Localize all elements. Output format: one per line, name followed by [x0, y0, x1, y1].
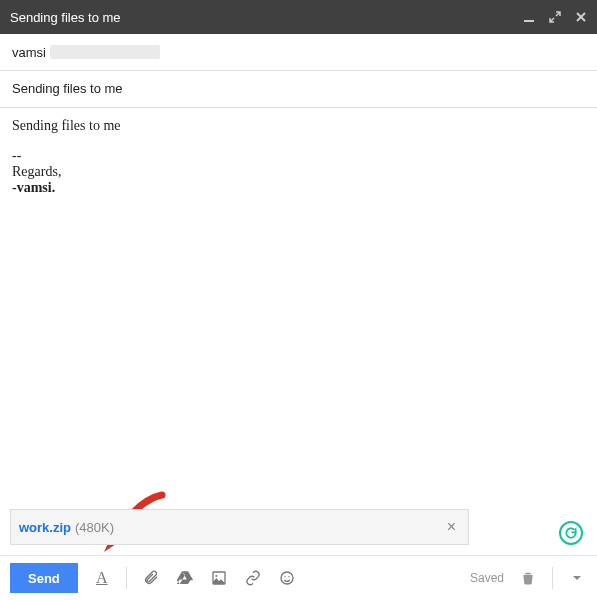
svg-point-6 — [284, 576, 285, 577]
grammarly-icon[interactable] — [559, 521, 583, 545]
subject-value: Sending files to me — [12, 81, 123, 96]
attachment-filesize: (480K) — [75, 520, 114, 535]
to-value-visible: vamsi — [12, 45, 46, 60]
svg-rect-0 — [524, 20, 534, 22]
svg-point-5 — [281, 572, 293, 584]
to-value-redacted — [50, 45, 160, 59]
attach-file-icon[interactable] — [141, 568, 161, 588]
more-options-icon[interactable] — [567, 568, 587, 588]
svg-point-7 — [288, 576, 289, 577]
compose-toolbar: Send A Saved — [0, 555, 597, 600]
subject-field[interactable]: Sending files to me — [0, 71, 597, 108]
window-title: Sending files to me — [10, 10, 121, 25]
discard-draft-icon[interactable] — [518, 568, 538, 588]
insert-emoji-icon[interactable] — [277, 568, 297, 588]
close-icon[interactable] — [575, 11, 587, 23]
attachment-filename: work.zip — [19, 520, 71, 535]
body-text: Sending files to me — [12, 118, 585, 134]
remove-attachment-icon[interactable]: × — [443, 518, 460, 536]
separator — [552, 567, 553, 589]
separator — [126, 567, 127, 589]
insert-photo-icon[interactable] — [209, 568, 229, 588]
signature: -- Regards, -vamsi. — [12, 148, 585, 196]
to-field[interactable]: vamsi — [0, 34, 597, 71]
drive-icon[interactable] — [175, 568, 195, 588]
expand-icon[interactable] — [549, 11, 561, 23]
svg-point-4 — [215, 575, 217, 577]
window-controls — [523, 11, 587, 23]
insert-link-icon[interactable] — [243, 568, 263, 588]
minimize-icon[interactable] — [523, 11, 535, 23]
send-button[interactable]: Send — [10, 563, 78, 593]
message-body[interactable]: Sending files to me -- Regards, -vamsi. — [0, 108, 597, 428]
formatting-icon[interactable]: A — [92, 568, 112, 588]
attachment-chip[interactable]: work.zip (480K) × — [10, 509, 469, 545]
compose-window: Sending files to me vamsi Sending files … — [0, 0, 597, 600]
titlebar: Sending files to me — [0, 0, 597, 34]
saved-status: Saved — [470, 571, 504, 585]
